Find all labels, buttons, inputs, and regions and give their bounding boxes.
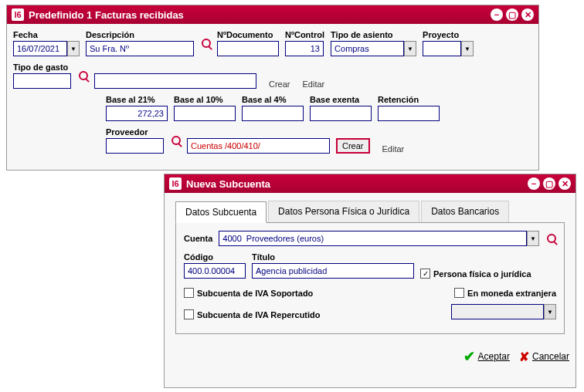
input-base10[interactable] (174, 106, 236, 121)
link-editar[interactable]: Editar (382, 144, 405, 154)
field-codigo: Código (184, 252, 246, 279)
titlebar-subcuenta: I6 Nueva Subcuenta − ▢ ✕ (165, 174, 576, 193)
label-iva-soportado: Subcuenta de IVA Soportado (197, 289, 313, 298)
label-codigo: Código (184, 252, 246, 262)
search-icon[interactable] (547, 234, 556, 243)
input-fecha[interactable] (13, 41, 67, 56)
label-proyecto: Proyecto (423, 30, 474, 39)
label-ndocumento: NºDocumento (217, 30, 279, 39)
tab-datos-persona[interactable]: Datos Persona Física o Jurídica (268, 201, 419, 222)
field-ndocumento: NºDocumento (217, 30, 279, 56)
input-proyecto[interactable] (423, 41, 461, 56)
input-ndocumento[interactable] (217, 41, 279, 56)
tabs: Datos Subcuenta Datos Persona Física o J… (175, 201, 565, 223)
dropdown-cuenta[interactable]: ▼ (527, 231, 539, 246)
input-descripcion[interactable] (86, 41, 194, 56)
app-icon: I6 (12, 8, 24, 21)
close-button[interactable]: ✕ (521, 8, 534, 21)
field-base10: Base al 10% (174, 95, 236, 121)
field-proyecto: Proyecto ▼ (423, 30, 474, 56)
input-base-exenta[interactable] (310, 106, 372, 121)
label-base10: Base al 10% (174, 95, 236, 104)
minimize-button[interactable]: − (528, 177, 540, 190)
field-descripcion: Descripción (86, 30, 194, 56)
maximize-button[interactable]: ▢ (506, 8, 518, 21)
label-tipo-gasto: Tipo de gasto (13, 63, 71, 72)
checkbox-persona[interactable]: ✓ (420, 269, 430, 279)
label-fecha: Fecha (13, 30, 80, 39)
crear-button[interactable]: Crear (336, 138, 370, 154)
label-cuenta: Cuenta (184, 234, 212, 243)
label-iva-repercutido: Subcuenta de IVA Repercutido (197, 310, 321, 319)
aceptar-label: Aceptar (478, 351, 510, 362)
x-icon: ✘ (519, 350, 529, 364)
cancelar-label: Cancelar (532, 351, 569, 362)
label-titulo: Título (252, 252, 414, 262)
dropdown-tipo-asiento[interactable]: ▼ (404, 41, 416, 56)
tab-datos-subcuenta[interactable]: Datos Subcuenta (175, 201, 267, 223)
maximize-button[interactable]: ▢ (543, 177, 555, 190)
dropdown-fecha[interactable]: ▼ (67, 41, 80, 56)
field-base21: Base al 21% (106, 95, 168, 121)
field-base4: Base al 4% (242, 95, 304, 121)
field-tipo-asiento: Tipo de asiento ▼ (331, 30, 416, 56)
field-retencion: Retención (378, 95, 440, 121)
label-descripcion: Descripción (86, 30, 194, 39)
field-proveedor: Proveedor (106, 127, 164, 154)
input-cuenta[interactable] (219, 231, 527, 246)
minimize-button[interactable]: − (491, 8, 503, 21)
dropdown-moneda: ▼ (544, 304, 556, 319)
input-codigo[interactable] (184, 263, 246, 279)
app-icon: I6 (169, 177, 182, 190)
search-icon[interactable] (79, 71, 88, 80)
window-subcuenta: I6 Nueva Subcuenta − ▢ ✕ Datos Subcuenta… (164, 174, 576, 388)
search-icon[interactable] (171, 136, 181, 145)
input-tipo-gasto[interactable] (13, 73, 71, 89)
input-base21[interactable] (106, 106, 168, 121)
label-ncontrol: NºControl (285, 30, 324, 39)
input-moneda (451, 304, 544, 319)
dropdown-proyecto[interactable]: ▼ (461, 41, 474, 56)
check-icon: ✔ (463, 348, 475, 365)
cancelar-button[interactable]: ✘ Cancelar (519, 348, 569, 365)
footer: ✔ Aceptar ✘ Cancelar (165, 342, 576, 371)
field-tipo-gasto: Tipo de gasto (13, 63, 71, 89)
titlebar-facturas: I6 Predefinido 1 Facturas recibidas − ▢ … (7, 5, 538, 24)
input-base4[interactable] (242, 106, 304, 121)
input-retencion[interactable] (378, 106, 440, 121)
label-proveedor: Proveedor (106, 127, 164, 137)
link-editar[interactable]: Editar (303, 79, 325, 89)
aceptar-button[interactable]: ✔ Aceptar (463, 348, 510, 365)
input-tipo-asiento[interactable] (331, 41, 404, 56)
label-base4: Base al 4% (242, 95, 304, 104)
input-proveedor-code[interactable] (106, 138, 164, 154)
label-persona: Persona física o jurídica (433, 269, 531, 279)
search-icon[interactable] (202, 39, 211, 48)
input-tipo-gasto-desc[interactable] (94, 73, 256, 89)
field-fecha: Fecha ▼ (13, 30, 80, 56)
input-proveedor-desc[interactable] (187, 138, 330, 154)
close-button[interactable]: ✕ (559, 177, 571, 190)
field-base-exenta: Base exenta (310, 95, 372, 121)
label-moneda: En moneda extranjera (467, 289, 556, 298)
window-title: Predefinido 1 Facturas recibidas (29, 9, 184, 21)
checkbox-moneda[interactable] (454, 288, 464, 298)
tab-datos-bancarios[interactable]: Datos Bancarios (421, 201, 509, 222)
checkbox-iva-soportado[interactable] (184, 288, 194, 298)
window-title: Nueva Subcuenta (186, 178, 270, 190)
label-base21: Base al 21% (106, 95, 168, 104)
label-tipo-asiento: Tipo de asiento (331, 30, 416, 39)
input-titulo[interactable] (252, 263, 414, 279)
field-ncontrol: NºControl (285, 30, 324, 56)
checkbox-iva-repercutido[interactable] (184, 309, 194, 319)
window-facturas: I6 Predefinido 1 Facturas recibidas − ▢ … (6, 5, 539, 171)
label-base-exenta: Base exenta (310, 95, 372, 104)
label-retencion: Retención (378, 95, 440, 104)
field-titulo: Título (252, 252, 414, 279)
link-crear[interactable]: Crear (269, 79, 290, 89)
input-ncontrol[interactable] (285, 41, 324, 56)
